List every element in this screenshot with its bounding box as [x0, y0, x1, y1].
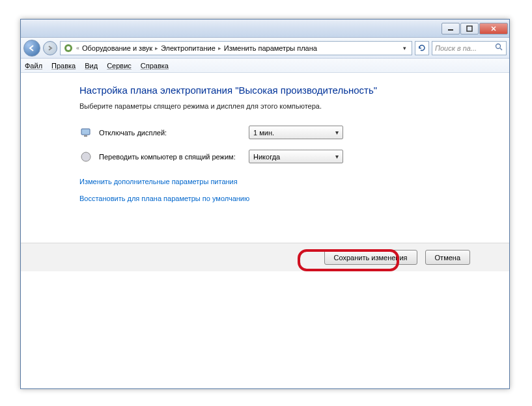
advanced-settings-link[interactable]: Изменить дополнительные параметры питани…: [79, 178, 238, 185]
minimize-icon: [447, 25, 454, 32]
breadcrumb-seg[interactable]: Изменить параметры плана: [224, 44, 317, 52]
dropdown-value: Никогда: [253, 153, 280, 161]
svg-point-5: [66, 46, 70, 50]
close-button[interactable]: [479, 23, 508, 34]
setting-label: Отключать дисплей:: [99, 129, 242, 137]
refresh-icon: [417, 44, 427, 53]
explorer-window: « Оборудование и звук ▸ Электропитание ▸…: [20, 19, 510, 389]
arrow-right-icon: [47, 45, 53, 51]
setting-display-off: Отключать дисплей: 1 мин.: [79, 126, 509, 139]
svg-point-6: [496, 44, 501, 49]
menu-edit[interactable]: Правка: [51, 62, 76, 70]
footer-bar: Сохранить изменения Отмена: [21, 243, 509, 271]
content-area: Настройка плана электропитания "Высокая …: [21, 73, 509, 202]
moon-icon: [79, 150, 92, 163]
setting-label: Переводить компьютер в спящий режим:: [99, 153, 242, 161]
page-title: Настройка плана электропитания "Высокая …: [79, 85, 509, 96]
chevron-right-icon: ▸: [155, 45, 158, 51]
breadcrumb-seg[interactable]: Электропитание: [161, 44, 216, 52]
save-button[interactable]: Сохранить изменения: [324, 250, 417, 265]
chevron-icon: «: [76, 45, 79, 51]
svg-rect-8: [81, 129, 90, 135]
menu-tools[interactable]: Сервис: [107, 62, 132, 70]
restore-defaults-link[interactable]: Восстановить для плана параметры по умол…: [79, 195, 249, 202]
svg-line-7: [500, 48, 502, 50]
links-section: Изменить дополнительные параметры питани…: [79, 178, 509, 202]
maximize-button[interactable]: [460, 23, 479, 34]
address-dropdown-icon[interactable]: ▾: [400, 45, 409, 51]
close-icon: [490, 25, 497, 32]
cancel-button[interactable]: Отмена: [425, 250, 470, 265]
page-description: Выберите параметры спящего режима и дисп…: [79, 102, 509, 110]
maximize-icon: [466, 25, 473, 32]
control-panel-icon: [63, 43, 74, 53]
svg-rect-1: [467, 26, 472, 31]
search-input[interactable]: Поиск в па...: [432, 41, 507, 55]
sleep-dropdown[interactable]: Никогда: [249, 150, 343, 163]
menu-help[interactable]: Справка: [141, 62, 169, 70]
back-button[interactable]: [23, 40, 40, 57]
forward-button[interactable]: [43, 41, 57, 55]
titlebar: [21, 20, 509, 38]
monitor-icon: [79, 126, 92, 139]
setting-sleep: Переводить компьютер в спящий режим: Ник…: [79, 150, 509, 163]
display-off-dropdown[interactable]: 1 мин.: [249, 126, 343, 139]
svg-point-10: [81, 152, 91, 161]
search-icon: [495, 43, 503, 53]
arrow-left-icon: [28, 44, 36, 52]
svg-rect-9: [84, 135, 87, 137]
dropdown-value: 1 мин.: [253, 129, 274, 137]
minimize-button[interactable]: [441, 23, 460, 34]
search-placeholder: Поиск в па...: [435, 44, 477, 52]
refresh-button[interactable]: [415, 41, 429, 55]
menu-file[interactable]: Файл: [25, 62, 42, 70]
address-bar[interactable]: « Оборудование и звук ▸ Электропитание ▸…: [60, 41, 412, 55]
breadcrumb-seg[interactable]: Оборудование и звук: [82, 44, 152, 52]
navbar: « Оборудование и звук ▸ Электропитание ▸…: [21, 38, 509, 59]
menu-bar: Файл Правка Вид Сервис Справка: [21, 59, 509, 73]
svg-rect-0: [448, 29, 453, 31]
chevron-right-icon: ▸: [218, 45, 221, 51]
menu-view[interactable]: Вид: [85, 62, 98, 70]
